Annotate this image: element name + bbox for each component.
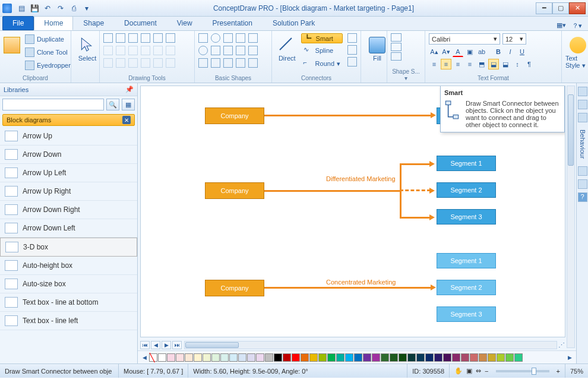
color-swatch[interactable] — [301, 353, 309, 362]
scroll-thumb[interactable] — [185, 342, 239, 348]
shape-sample-1-icon[interactable] — [391, 33, 402, 42]
font-color-icon[interactable]: A — [453, 46, 463, 57]
select-button[interactable]: Select — [75, 33, 100, 62]
qat-save-icon[interactable]: 💾 — [30, 4, 39, 13]
maximize-button[interactable]: ▢ — [552, 2, 569, 14]
library-group-header[interactable]: Block diagrams ✕ — [2, 114, 135, 126]
no-fill-swatch[interactable]: ╲ — [149, 353, 157, 362]
font-shrink-icon[interactable]: A▾ — [441, 46, 451, 57]
conn-misc-2-icon[interactable] — [347, 45, 357, 55]
font-family-select[interactable]: Calibri▾ — [429, 33, 500, 45]
lib-item-auto-height-box[interactable]: Auto-height box — [0, 257, 137, 275]
connector-r1[interactable] — [264, 115, 432, 116]
round-button[interactable]: ⌐Round ▾ — [301, 58, 343, 69]
color-swatch[interactable] — [318, 353, 327, 362]
color-swatch[interactable] — [514, 353, 523, 362]
shape-sample-2-icon[interactable] — [391, 43, 402, 51]
align-justify-icon[interactable]: ≡ — [464, 59, 475, 69]
valign-mid-icon[interactable]: ⬓ — [488, 59, 499, 69]
lib-item-arrow-up-left[interactable]: Arrow Up Left — [0, 164, 137, 182]
bold-button[interactable]: B — [493, 46, 504, 57]
fit-page-icon[interactable]: ▣ — [466, 367, 472, 375]
tab-home[interactable]: Home — [34, 16, 73, 30]
drawing-tools-grid[interactable] — [103, 33, 191, 69]
color-swatch[interactable] — [505, 353, 514, 362]
color-swatch[interactable] — [354, 353, 362, 362]
align-right-icon[interactable]: ≡ — [453, 59, 463, 69]
pan-icon[interactable]: ✋ — [454, 367, 463, 375]
spline-button[interactable]: ∿Spline — [301, 45, 343, 56]
dock-icon-3[interactable] — [578, 113, 587, 122]
close-button[interactable]: ✕ — [569, 2, 586, 14]
font-grow-icon[interactable]: A▴ — [429, 46, 440, 57]
block-seg-2-1[interactable]: Segment 1 — [437, 156, 496, 171]
valign-bot-icon[interactable]: ⬓ — [500, 59, 511, 69]
color-swatch[interactable] — [265, 353, 273, 362]
paste-button[interactable] — [4, 33, 20, 74]
dock-icon-4[interactable] — [578, 166, 587, 176]
page-next-icon[interactable]: ▶ — [162, 341, 171, 349]
eyedropper-button[interactable]: Eyedropper — [23, 59, 73, 71]
highlight-icon[interactable]: ▣ — [464, 46, 475, 57]
tab-presentation[interactable]: Presentation — [203, 16, 263, 30]
connector-r2-vert[interactable] — [400, 163, 402, 218]
page-prev-icon[interactable]: ◀ — [151, 341, 160, 349]
color-swatch[interactable] — [167, 353, 175, 362]
tab-solution-park[interactable]: Solution Park — [263, 16, 325, 30]
library-view-button[interactable]: ▦ — [122, 99, 135, 110]
color-swatch[interactable] — [327, 353, 336, 362]
block-seg-3-1[interactable]: Segment 1 — [437, 253, 496, 268]
block-seg-3-2[interactable]: Segment 2 — [437, 280, 496, 295]
vertical-scrollbar[interactable] — [567, 86, 575, 348]
color-swatch[interactable] — [399, 353, 407, 362]
color-swatch[interactable] — [211, 353, 220, 362]
color-swatch[interactable] — [443, 353, 451, 362]
smart-button[interactable]: ┗╸Smart — [301, 33, 343, 43]
color-swatch[interactable] — [336, 353, 344, 362]
color-swatch[interactable] — [372, 353, 380, 362]
connector-r2-top[interactable] — [400, 163, 431, 165]
color-swatch[interactable] — [434, 353, 442, 362]
strike-icon[interactable]: ab — [476, 46, 487, 57]
block-seg-3-3[interactable]: Segment 3 — [437, 306, 496, 322]
zoom-out-icon[interactable]: − — [485, 368, 488, 375]
qat-dropdown-icon[interactable]: ▾ — [82, 4, 91, 13]
color-swatch[interactable] — [176, 353, 184, 362]
horizontal-scrollbar[interactable] — [184, 341, 557, 349]
lib-item-text-box-left[interactable]: Text box - line left — [0, 312, 137, 330]
underline-button[interactable]: U — [517, 46, 527, 57]
page-last-icon[interactable]: ⏭ — [172, 341, 182, 349]
color-swatch[interactable] — [292, 353, 300, 362]
color-swatch[interactable] — [220, 353, 229, 362]
color-swatch[interactable] — [274, 353, 282, 362]
window-layout-icon[interactable]: ▦▾ — [557, 21, 566, 30]
lib-item-arrow-down-left[interactable]: Arrow Down Left — [0, 219, 137, 238]
align-left-icon[interactable]: ≡ — [429, 59, 440, 69]
color-swatch[interactable] — [390, 353, 398, 362]
font-size-select[interactable]: 12▾ — [502, 33, 526, 45]
color-swatch[interactable] — [363, 353, 371, 362]
color-swatch[interactable] — [381, 353, 389, 362]
color-swatch[interactable] — [497, 353, 505, 362]
color-swatch[interactable] — [407, 353, 416, 362]
dock-icon-2[interactable] — [578, 100, 587, 109]
qat-new-icon[interactable]: ▤ — [17, 4, 26, 13]
color-swatch[interactable] — [256, 353, 264, 362]
color-swatch[interactable] — [185, 353, 193, 362]
color-swatch[interactable] — [425, 353, 434, 362]
color-swatch[interactable] — [283, 353, 291, 362]
color-swatch[interactable] — [470, 353, 478, 362]
connector-r3[interactable] — [264, 287, 432, 289]
qat-print-icon[interactable]: ⎙ — [69, 4, 78, 13]
page-first-icon[interactable]: ⏮ — [140, 341, 150, 349]
color-swatch[interactable] — [158, 353, 166, 362]
close-library-icon[interactable]: ✕ — [122, 116, 131, 124]
lib-item-arrow-up[interactable]: Arrow Up — [0, 127, 137, 146]
library-search-input[interactable] — [2, 99, 104, 110]
block-company-3[interactable]: Company — [205, 280, 264, 296]
shape-sample-3-icon[interactable] — [391, 52, 402, 61]
dock-icon-1[interactable] — [578, 87, 587, 96]
qat-redo-icon[interactable]: ↷ — [56, 4, 65, 13]
zoom-slider[interactable] — [496, 370, 549, 372]
connector-r2-main[interactable] — [264, 190, 400, 192]
